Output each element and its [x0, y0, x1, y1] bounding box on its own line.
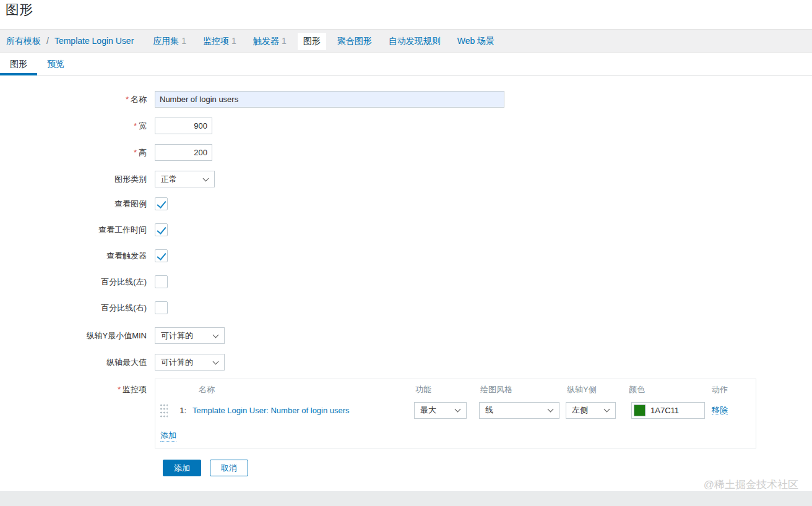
nav-item-label: 应用集 [153, 36, 179, 46]
nav-item-label: 触发器 [253, 36, 279, 46]
breadcrumb: 所有模板/Template Login User [6, 36, 134, 47]
form-row-show-legend: 查看图例 [0, 197, 812, 210]
graph-items-table: 名称 功能 绘图风格 纵轴Y侧 颜色 动作 1: Template Login … [155, 379, 756, 448]
add-item-link[interactable]: 添加 [160, 430, 176, 442]
nav-item-label: 监控项 [203, 36, 229, 46]
nav-item-applications[interactable]: 应用集1 [147, 33, 192, 50]
breadcrumb-bar: 所有模板/Template Login User 应用集1 监控项1 触发器1 … [0, 29, 812, 53]
breadcrumb-all-templates-link[interactable]: 所有模板 [6, 36, 41, 46]
form-row-show-working-time: 查看工作时间 [0, 223, 812, 236]
item-row: 1: Template Login User: Number of login … [159, 397, 756, 424]
yaxis-max-value: 可计算的 [161, 357, 193, 368]
percentile-left-checkbox[interactable] [155, 275, 168, 288]
drag-handle-icon[interactable] [159, 403, 168, 418]
name-label-text: 名称 [131, 95, 147, 104]
name-label: *名称 [0, 91, 155, 108]
name-input[interactable] [155, 91, 504, 108]
chevron-down-icon [213, 358, 219, 364]
color-swatch[interactable] [634, 405, 646, 416]
width-label: *宽 [0, 118, 155, 134]
chevron-down-icon [213, 332, 219, 338]
breadcrumb-separator: / [46, 36, 49, 46]
form-row-name: *名称 [0, 91, 812, 108]
page-title: 图形 [0, 0, 812, 29]
items-label: *监控项 [0, 379, 155, 448]
item-yaxis-side-value: 左侧 [572, 405, 588, 416]
column-header-color: 颜色 [628, 384, 707, 395]
chevron-down-icon [455, 406, 461, 413]
yaxis-min-value: 可计算的 [161, 330, 193, 341]
color-hex-value: 1A7C11 [650, 406, 679, 415]
yaxis-min-select[interactable]: 可计算的 [155, 327, 225, 344]
item-yaxis-side-select[interactable]: 左侧 [566, 402, 616, 419]
height-label-text: 高 [139, 148, 147, 157]
yaxis-min-label: 纵轴Y最小值MIN [0, 327, 155, 344]
item-function-value: 最大 [420, 405, 436, 416]
required-mark: * [118, 385, 121, 394]
form-actions: 添加 取消 [163, 460, 812, 476]
show-legend-checkbox[interactable] [155, 197, 168, 210]
show-triggers-label: 查看触发器 [0, 249, 155, 262]
width-label-text: 宽 [139, 121, 147, 131]
items-table-header: 名称 功能 绘图风格 纵轴Y侧 颜色 动作 [159, 383, 756, 397]
nav-item-web-scenarios[interactable]: Web 场景 [452, 33, 500, 50]
nav-item-items[interactable]: 监控项1 [197, 33, 242, 50]
required-mark: * [134, 121, 137, 131]
item-remove-link[interactable]: 移除 [712, 405, 728, 415]
percentile-right-checkbox[interactable] [155, 301, 168, 314]
form-row-percentile-left: 百分比线(左) [0, 275, 812, 288]
nav-item-label: 自动发现规则 [389, 36, 441, 46]
column-header-yaxis-side: 纵轴Y侧 [566, 384, 628, 395]
nav-item-count: 1 [282, 36, 287, 46]
column-header-name: 名称 [192, 384, 414, 395]
item-name-link[interactable]: Template Login User: Number of login use… [192, 406, 414, 415]
required-mark: * [134, 148, 137, 157]
show-triggers-checkbox[interactable] [155, 249, 168, 262]
add-button[interactable]: 添加 [163, 460, 201, 476]
nav-item-triggers[interactable]: 触发器1 [248, 33, 292, 50]
form-row-show-triggers: 查看触发器 [0, 249, 812, 262]
graph-type-label: 图形类别 [0, 171, 155, 187]
tab-bar: 图形 预览 [0, 53, 812, 75]
percentile-left-label: 百分比线(左) [0, 275, 155, 288]
item-draw-style-value: 线 [485, 405, 493, 416]
item-draw-style-select[interactable]: 线 [479, 402, 559, 419]
nav-item-label: 聚合图形 [337, 36, 372, 46]
cancel-button[interactable]: 取消 [210, 460, 248, 476]
item-color-picker[interactable]: 1A7C11 [631, 402, 705, 419]
form-row-yaxis-min: 纵轴Y最小值MIN 可计算的 [0, 327, 812, 344]
breadcrumb-template-link[interactable]: Template Login User [54, 36, 134, 46]
graph-type-value: 正常 [161, 174, 177, 185]
item-row-number: 1: [171, 406, 192, 415]
nav-item-discovery-rules[interactable]: 自动发现规则 [383, 33, 446, 50]
tab-graph[interactable]: 图形 [0, 53, 37, 75]
required-mark: * [126, 95, 129, 104]
form-row-width: *宽 [0, 118, 812, 134]
column-header-function: 功能 [414, 384, 479, 395]
column-header-draw-style: 绘图风格 [479, 384, 566, 395]
form-row-height: *高 [0, 144, 812, 161]
nav-item-graphs[interactable]: 图形 [298, 33, 326, 50]
nav-item-count: 1 [231, 36, 236, 46]
show-legend-label: 查看图例 [0, 197, 155, 210]
graph-form: *名称 *宽 *高 图形类别 正常 查看图例 查看工作时间 查看触发器 [0, 75, 812, 476]
chevron-down-icon [604, 406, 610, 413]
show-working-time-checkbox[interactable] [155, 223, 168, 236]
item-function-select[interactable]: 最大 [414, 402, 467, 419]
yaxis-max-select[interactable]: 可计算的 [155, 354, 225, 371]
form-row-items: *监控项 名称 功能 绘图风格 纵轴Y侧 颜色 动作 1: Template L… [0, 379, 812, 448]
chevron-down-icon [548, 406, 554, 413]
tab-preview[interactable]: 预览 [37, 53, 74, 75]
form-row-graph-type: 图形类别 正常 [0, 171, 812, 187]
graph-type-select[interactable]: 正常 [155, 171, 215, 187]
chevron-down-icon [203, 175, 209, 181]
percentile-right-label: 百分比线(右) [0, 301, 155, 314]
height-input[interactable] [155, 144, 212, 161]
nav-item-label: Web 场景 [457, 36, 495, 46]
nav-item-screens[interactable]: 聚合图形 [332, 33, 378, 50]
show-working-time-label: 查看工作时间 [0, 223, 155, 236]
column-header-action: 动作 [707, 384, 744, 395]
items-label-text: 监控项 [123, 385, 147, 394]
template-nav: 应用集1 监控项1 触发器1 图形 聚合图形 自动发现规则 Web 场景 [147, 33, 506, 50]
width-input[interactable] [155, 118, 212, 134]
